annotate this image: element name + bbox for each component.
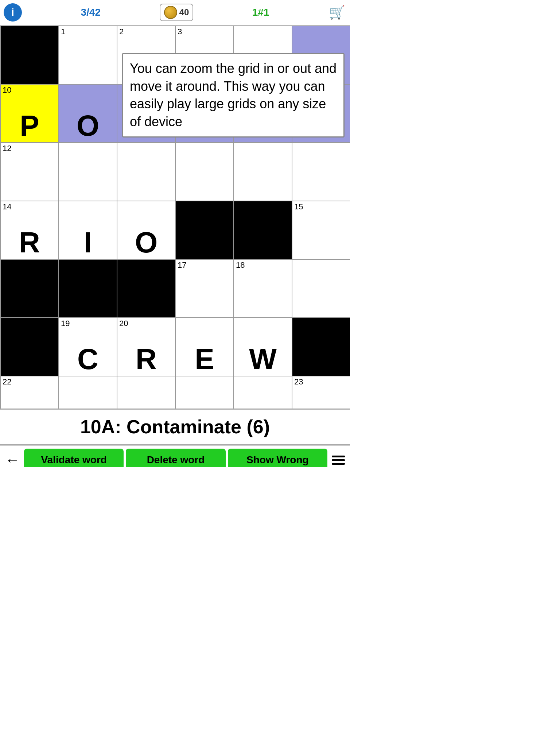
grid-cell[interactable] [59, 376, 117, 409]
progress-label: 3/42 [81, 7, 101, 18]
grid-cell[interactable] [292, 143, 350, 201]
grid-cell[interactable]: 20R [117, 318, 175, 376]
menu-icon-line2 [332, 459, 345, 461]
cart-icon: 🛒 [329, 5, 345, 20]
cell-letter: C [59, 345, 117, 374]
menu-icon-line1 [332, 456, 345, 457]
coin-container: 40 [160, 4, 194, 21]
cell-number: 17 [178, 261, 186, 269]
grid-cell[interactable]: I [59, 201, 117, 259]
grid-cell[interactable] [59, 259, 117, 318]
menu-button[interactable] [330, 454, 347, 466]
grid-cell[interactable]: 14R [0, 201, 59, 259]
clue-text: 10A: Contaminate (6) [80, 416, 270, 438]
grid-cell[interactable] [117, 259, 175, 318]
grid-cell[interactable]: 18 [234, 259, 292, 318]
delete-button[interactable]: Delete word [126, 449, 225, 467]
grid-cell[interactable] [292, 318, 350, 376]
cell-letter: R [117, 345, 175, 374]
grid-cell[interactable]: 12 [0, 143, 59, 201]
menu-icon-line3 [332, 463, 345, 465]
cell-number: 1 [61, 28, 65, 36]
info-button[interactable]: i [4, 3, 22, 22]
cell-number: 19 [61, 320, 70, 328]
grid-cell[interactable] [0, 318, 59, 376]
grid-cell[interactable]: O [59, 84, 117, 143]
grid-cell[interactable] [0, 26, 59, 84]
cell-letter: O [59, 111, 117, 140]
grid-cell[interactable]: W [234, 318, 292, 376]
cell-number: 23 [294, 378, 303, 386]
cell-number: 15 [294, 203, 303, 211]
back-button[interactable]: ← [3, 452, 22, 467]
coin-count: 40 [179, 7, 189, 18]
cell-number: 18 [236, 261, 245, 269]
grid-cell[interactable]: E [175, 318, 234, 376]
grid-cell[interactable] [292, 259, 350, 318]
cell-number: 20 [119, 320, 128, 328]
show-wrong-button[interactable]: Show Wrong [228, 449, 327, 467]
grid-area[interactable]: 12310POI1214RIO15171819C20REW2223 You ca… [0, 26, 350, 409]
grid-cell[interactable] [234, 201, 292, 259]
grid-cell[interactable] [59, 143, 117, 201]
grid-cell[interactable]: O [117, 201, 175, 259]
header: i 3/42 40 1#1 🛒 [0, 0, 350, 26]
grid-cell[interactable] [234, 376, 292, 409]
grid-cell[interactable]: 19C [59, 318, 117, 376]
cell-number: 3 [178, 28, 182, 36]
info-icon: i [11, 7, 14, 18]
grid-cell[interactable] [117, 143, 175, 201]
cell-letter: R [1, 228, 58, 257]
cell-number: 14 [3, 203, 11, 211]
cell-letter: O [117, 228, 175, 257]
bottom-bar: ← Validate word Delete word Show Wrong [0, 445, 350, 467]
grid-cell[interactable] [117, 376, 175, 409]
grid-cell[interactable]: 15 [292, 201, 350, 259]
grid-cell[interactable]: 17 [175, 259, 234, 318]
grid-cell[interactable] [175, 201, 234, 259]
grid-cell[interactable]: 23 [292, 376, 350, 409]
grid-cell[interactable]: 10P [0, 84, 59, 143]
cell-letter: W [234, 345, 292, 374]
grid-cell[interactable] [0, 259, 59, 318]
cart-button[interactable]: 🛒 [328, 3, 346, 22]
validate-button[interactable]: Validate word [24, 449, 124, 467]
coin-icon [164, 6, 177, 19]
grid-cell[interactable]: 22 [0, 376, 59, 409]
cell-letter: I [59, 228, 117, 257]
cell-number: 2 [119, 28, 124, 36]
cell-number: 10 [3, 86, 11, 94]
grid-cell[interactable] [175, 376, 234, 409]
tooltip-text: You can zoom the grid in or out and move… [130, 61, 337, 129]
cell-number: 12 [3, 144, 11, 152]
grid-cell[interactable] [234, 143, 292, 201]
grid-cell[interactable]: 1 [59, 26, 117, 84]
cell-number: 22 [3, 378, 11, 386]
cell-letter: P [1, 111, 58, 140]
grid-cell[interactable] [175, 143, 234, 201]
clue-bar: 10A: Contaminate (6) [0, 409, 350, 445]
tooltip: You can zoom the grid in or out and move… [122, 53, 345, 138]
cell-letter: E [176, 345, 233, 374]
rank-label: 1#1 [252, 7, 269, 18]
